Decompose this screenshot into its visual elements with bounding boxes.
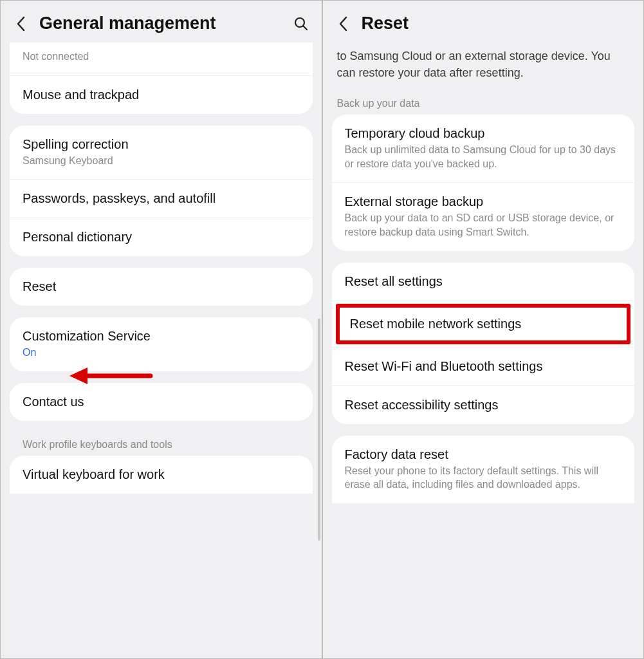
item-sub: Back up your data to an SD card or USB s…: [345, 211, 622, 239]
item-title: Factory data reset: [345, 447, 622, 462]
item-title: Spelling correction: [23, 137, 300, 152]
header: General management: [1, 1, 322, 42]
item-title: Customization Service: [23, 329, 300, 344]
item-title: Reset Wi-Fi and Bluetooth settings: [345, 359, 622, 374]
card-customization: Customization Service On: [10, 317, 313, 371]
item-sub: Samsung Keyboard: [23, 154, 300, 168]
item-title: Temporary cloud backup: [345, 126, 622, 141]
item-sub: Not connected: [23, 50, 300, 64]
item-sub: Back up unlimited data to Samsung Cloud …: [345, 143, 622, 171]
card-reset: Reset: [10, 268, 313, 306]
item-reset-all-settings[interactable]: Reset all settings: [332, 263, 635, 301]
item-title: Mouse and trackpad: [23, 88, 300, 102]
intro-text: to Samsung Cloud or an external storage …: [323, 42, 644, 91]
item-reset-mobile-network[interactable]: Reset mobile network settings: [332, 301, 635, 347]
scrollbar[interactable]: [318, 319, 320, 541]
item-reset-wifi-bluetooth[interactable]: Reset Wi-Fi and Bluetooth settings: [332, 347, 635, 385]
item-sub: Reset your phone to its factory default …: [345, 464, 622, 492]
item-mouse-trackpad[interactable]: Mouse and trackpad: [10, 75, 313, 114]
section-work-profile: Work profile keyboards and tools: [10, 432, 313, 456]
content: Not connected Mouse and trackpad Spellin…: [1, 42, 322, 503]
card-reset-options: Reset all settings Reset mobile network …: [332, 263, 635, 424]
item-personal-dictionary[interactable]: Personal dictionary: [10, 218, 313, 256]
general-management-screen: General management Not connected Mouse a…: [0, 0, 322, 659]
item-title: Personal dictionary: [23, 230, 300, 245]
back-icon[interactable]: [335, 15, 353, 33]
svg-line-1: [303, 26, 307, 30]
item-title: Contact us: [23, 394, 300, 409]
content: Temporary cloud backup Back up unlimited…: [323, 115, 644, 512]
item-title: Reset all settings: [345, 274, 622, 289]
item-title: External storage backup: [345, 194, 622, 209]
item-reset-accessibility[interactable]: Reset accessibility settings: [332, 385, 635, 424]
item-external-storage-backup[interactable]: External storage backup Back up your dat…: [332, 182, 635, 250]
item-title: Passwords, passkeys, and autofill: [23, 191, 300, 206]
item-factory-data-reset[interactable]: Factory data reset Reset your phone to i…: [332, 436, 635, 503]
search-icon[interactable]: [292, 15, 310, 33]
item-sub: On: [23, 346, 300, 360]
item-reset[interactable]: Reset: [10, 268, 313, 306]
item-customization-service[interactable]: Customization Service On: [10, 317, 313, 371]
item-spelling-correction[interactable]: Spelling correction Samsung Keyboard: [10, 125, 313, 180]
item-temporary-cloud-backup[interactable]: Temporary cloud backup Back up unlimited…: [332, 115, 635, 182]
card-work: Virtual keyboard for work: [10, 456, 313, 494]
section-backup: Back up your data: [323, 91, 644, 115]
page-title: Reset: [362, 14, 632, 33]
card-connectivity: Not connected Mouse and trackpad: [10, 42, 313, 114]
annotation-highlight-box: Reset mobile network settings: [336, 304, 631, 344]
item-contact-us[interactable]: Contact us: [10, 383, 313, 421]
card-factory-reset: Factory data reset Reset your phone to i…: [332, 436, 635, 503]
item-title: Reset accessibility settings: [345, 398, 622, 413]
card-contact: Contact us: [10, 383, 313, 421]
item-not-connected[interactable]: Not connected: [10, 42, 313, 75]
item-passwords-autofill[interactable]: Passwords, passkeys, and autofill: [10, 179, 313, 218]
reset-screen: Reset to Samsung Cloud or an external st…: [322, 0, 645, 659]
item-title: Reset mobile network settings: [340, 308, 627, 340]
page-title: General management: [39, 14, 283, 33]
item-title: Reset: [23, 279, 300, 294]
header: Reset: [323, 1, 644, 42]
back-icon[interactable]: [12, 15, 30, 33]
card-text-input: Spelling correction Samsung Keyboard Pas…: [10, 125, 313, 257]
item-title: Virtual keyboard for work: [23, 467, 300, 482]
item-virtual-keyboard-work[interactable]: Virtual keyboard for work: [10, 456, 313, 494]
card-backup: Temporary cloud backup Back up unlimited…: [332, 115, 635, 250]
